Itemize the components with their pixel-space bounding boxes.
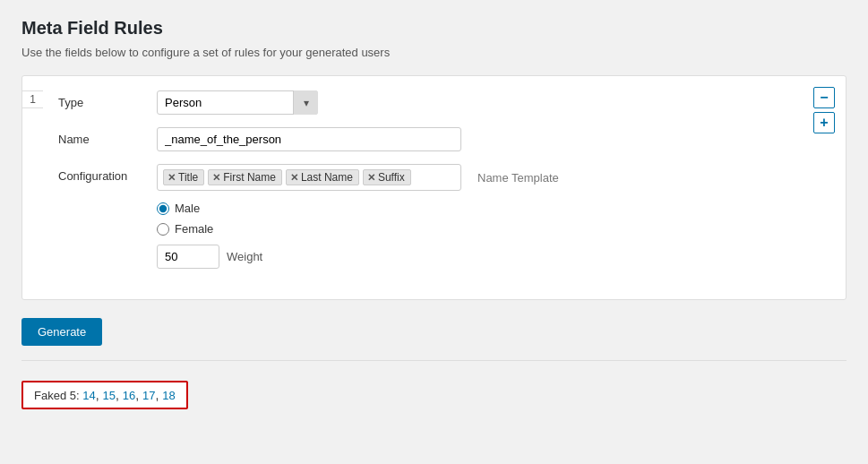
- configuration-control-wrap: ✕ Title ✕ First Name ✕ Last Name ✕: [157, 164, 828, 269]
- page-subtitle: Use the fields below to configure a set …: [21, 46, 847, 59]
- add-rule-button[interactable]: +: [813, 112, 835, 133]
- tag-last-name-label: Last Name: [301, 171, 353, 184]
- gender-female-label: Female: [175, 222, 213, 236]
- rule-block: 1 − + Type Person Company Custom Name: [21, 75, 847, 300]
- gender-female-radio[interactable]: [157, 223, 169, 236]
- configuration-row: Configuration ✕ Title ✕ First Name ✕: [58, 164, 828, 269]
- faked-link-18[interactable]: 18: [162, 389, 175, 402]
- gender-male-radio[interactable]: [157, 202, 169, 215]
- type-control-wrap: Person Company Custom: [157, 90, 828, 115]
- type-label: Type: [58, 90, 157, 109]
- faked-link-14[interactable]: 14: [82, 389, 95, 402]
- name-label: Name: [58, 127, 157, 146]
- weight-input[interactable]: [157, 245, 219, 269]
- faked-link-16[interactable]: 16: [123, 389, 135, 402]
- name-template-label: Name Template: [477, 171, 559, 185]
- divider: [21, 360, 847, 361]
- configuration-label: Configuration: [58, 164, 157, 183]
- faked-section: Faked 5: 14, 15, 16, 17, 18: [21, 381, 188, 409]
- name-control-wrap: [157, 127, 828, 151]
- type-select-wrapper: Person Company Custom: [157, 90, 318, 115]
- tag-title: ✕ Title: [163, 169, 204, 185]
- tag-title-remove[interactable]: ✕: [168, 172, 176, 184]
- remove-rule-button[interactable]: −: [813, 87, 835, 108]
- name-input[interactable]: [157, 127, 461, 151]
- tag-suffix: ✕ Suffix: [363, 169, 411, 185]
- rule-actions: − +: [813, 87, 835, 133]
- page-title: Meta Field Rules: [21, 18, 847, 39]
- faked-link-17[interactable]: 17: [142, 389, 155, 402]
- name-row: Name: [58, 127, 828, 151]
- weight-label: Weight: [227, 250, 262, 263]
- weight-row: Weight: [157, 245, 828, 269]
- faked-prefix: Faked 5:: [34, 389, 82, 402]
- gender-radio-group: Male Female: [157, 202, 828, 236]
- config-tag-row: ✕ Title ✕ First Name ✕ Last Name ✕: [157, 164, 828, 191]
- tag-title-label: Title: [178, 171, 198, 184]
- tag-first-name: ✕ First Name: [208, 169, 282, 185]
- tag-first-name-remove[interactable]: ✕: [212, 172, 220, 184]
- faked-link-15[interactable]: 15: [102, 389, 115, 402]
- gender-male-label: Male: [175, 202, 200, 215]
- gender-female-item[interactable]: Female: [157, 222, 828, 236]
- rule-index: 1: [21, 90, 43, 108]
- tag-first-name-label: First Name: [223, 171, 276, 184]
- tags-container: ✕ Title ✕ First Name ✕ Last Name ✕: [157, 164, 461, 191]
- tag-suffix-remove[interactable]: ✕: [367, 172, 375, 184]
- type-row: Type Person Company Custom: [58, 90, 828, 115]
- tag-last-name-remove[interactable]: ✕: [290, 172, 298, 184]
- tag-suffix-label: Suffix: [378, 171, 405, 184]
- bottom-section: Faked 5: 14, 15, 16, 17, 18: [21, 374, 847, 409]
- gender-male-item[interactable]: Male: [157, 202, 828, 215]
- generate-button[interactable]: Generate: [21, 318, 102, 346]
- tag-last-name: ✕ Last Name: [286, 169, 359, 185]
- type-select[interactable]: Person Company Custom: [157, 90, 318, 115]
